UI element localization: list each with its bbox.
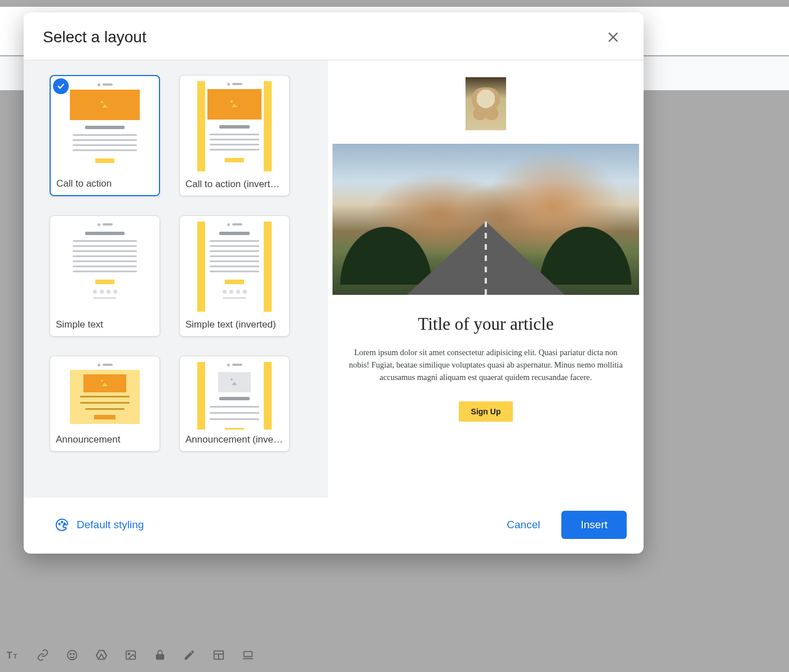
insert-button[interactable]: Insert bbox=[561, 511, 627, 539]
svg-point-8 bbox=[70, 653, 71, 655]
emoji-icon[interactable] bbox=[65, 648, 79, 662]
cancel-button[interactable]: Cancel bbox=[497, 513, 550, 537]
lock-icon[interactable] bbox=[153, 648, 167, 662]
layout-label: Call to action (inverted) bbox=[180, 174, 289, 196]
editor-toolbar-strip: TT bbox=[0, 638, 261, 672]
layout-label: Announcement bbox=[50, 430, 159, 451]
align-icon[interactable] bbox=[241, 648, 255, 662]
svg-point-3 bbox=[61, 521, 63, 523]
svg-point-7 bbox=[68, 651, 77, 660]
dialog-title: Select a layout bbox=[43, 28, 147, 46]
svg-text:T: T bbox=[7, 651, 12, 660]
layout-thumb bbox=[50, 356, 159, 430]
layout-thumb bbox=[50, 216, 159, 315]
layout-icon[interactable] bbox=[212, 648, 225, 662]
svg-point-4 bbox=[64, 523, 65, 524]
layout-picker-dialog: Select a layout bbox=[24, 12, 644, 554]
check-icon bbox=[56, 82, 65, 91]
default-styling-label: Default styling bbox=[77, 519, 144, 531]
layout-card-simple-text[interactable]: Simple text bbox=[50, 215, 160, 337]
layout-card-announcement[interactable]: Announcement bbox=[50, 356, 160, 452]
dialog-header: Select a layout bbox=[24, 12, 644, 60]
preview-paragraph: Lorem ipsum dolor sit amet consectetur a… bbox=[333, 347, 639, 383]
drive-icon[interactable] bbox=[95, 648, 108, 662]
palette-icon bbox=[55, 518, 69, 532]
layout-label: Announcement (inverted) bbox=[180, 430, 289, 451]
layout-card-announcement-inverted[interactable]: Announcement (inverted) bbox=[179, 356, 290, 452]
svg-point-9 bbox=[73, 653, 74, 655]
svg-point-2 bbox=[59, 523, 60, 524]
layouts-grid: Call to action bbox=[50, 75, 318, 452]
layout-thumb bbox=[180, 76, 289, 174]
text-size-icon[interactable]: TT bbox=[7, 648, 20, 662]
preview-logo-image bbox=[466, 77, 506, 130]
layout-card-simple-text-inverted[interactable]: Simple text (inverted) bbox=[179, 215, 290, 337]
layout-thumb bbox=[180, 216, 289, 315]
selected-badge bbox=[53, 78, 69, 94]
layout-label: Simple text (inverted) bbox=[180, 315, 289, 336]
svg-rect-15 bbox=[244, 652, 252, 657]
preview-title: Title of your article bbox=[333, 314, 639, 334]
close-icon bbox=[606, 30, 620, 44]
preview-panel: Title of your article Lorem ipsum dolor … bbox=[328, 60, 644, 498]
layout-card-cta[interactable]: Call to action bbox=[50, 75, 160, 196]
dialog-body: Call to action bbox=[24, 60, 644, 498]
layouts-panel: Call to action bbox=[24, 60, 328, 498]
svg-point-11 bbox=[128, 653, 130, 655]
layout-label: Simple text bbox=[50, 315, 159, 336]
default-styling-button[interactable]: Default styling bbox=[55, 518, 144, 532]
layout-thumb bbox=[180, 356, 289, 430]
dialog-footer: Default styling Cancel Insert bbox=[24, 498, 644, 554]
link-icon[interactable] bbox=[36, 648, 50, 662]
layout-label: Call to action bbox=[51, 174, 159, 195]
layout-card-cta-inverted[interactable]: Call to action (inverted) bbox=[179, 75, 290, 196]
image-icon[interactable] bbox=[124, 648, 138, 662]
preview-cta-button: Sign Up bbox=[459, 401, 513, 422]
svg-text:T: T bbox=[14, 653, 17, 660]
preview-hero-image bbox=[333, 144, 639, 295]
close-button[interactable] bbox=[602, 26, 624, 48]
edit-icon[interactable] bbox=[183, 648, 196, 662]
